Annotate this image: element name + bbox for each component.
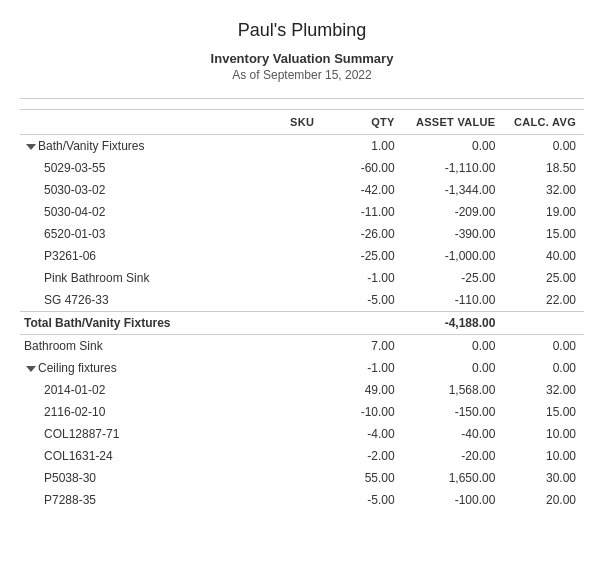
item-calc: 20.00 bbox=[503, 489, 584, 511]
total-calc bbox=[503, 312, 584, 335]
item-label: COL1631-24 bbox=[20, 445, 221, 467]
item-asset: -1,344.00 bbox=[403, 179, 504, 201]
item-label: 5030-04-02 bbox=[20, 201, 221, 223]
col-header-asset: ASSET VALUE bbox=[403, 110, 504, 135]
item-sku bbox=[221, 223, 322, 245]
item-calc: 30.00 bbox=[503, 467, 584, 489]
category-row: Ceiling fixtures-1.000.000.00 bbox=[20, 357, 584, 379]
table-row: 5030-04-02-11.00-209.0019.00 bbox=[20, 201, 584, 223]
item-sku bbox=[221, 179, 322, 201]
item-qty: -10.00 bbox=[322, 401, 403, 423]
item-label: P7288-35 bbox=[20, 489, 221, 511]
item-qty: -4.00 bbox=[322, 423, 403, 445]
item-qty: -42.00 bbox=[322, 179, 403, 201]
item-calc: 22.00 bbox=[503, 289, 584, 312]
category-calc: 0.00 bbox=[503, 357, 584, 379]
item-asset: 1,650.00 bbox=[403, 467, 504, 489]
table-row: 6520-01-03-26.00-390.0015.00 bbox=[20, 223, 584, 245]
collapse-icon[interactable] bbox=[26, 366, 36, 372]
item-asset: -20.00 bbox=[403, 445, 504, 467]
table-row: COL12887-71-4.00-40.0010.00 bbox=[20, 423, 584, 445]
category-calc: 0.00 bbox=[503, 135, 584, 158]
item-sku bbox=[221, 401, 322, 423]
item-qty: -5.00 bbox=[322, 489, 403, 511]
table-row: 5030-03-02-42.00-1,344.0032.00 bbox=[20, 179, 584, 201]
category-sku bbox=[221, 357, 322, 379]
item-label: 2116-02-10 bbox=[20, 401, 221, 423]
item-calc: 32.00 bbox=[503, 179, 584, 201]
report-date: As of September 15, 2022 bbox=[20, 68, 584, 82]
item-asset: -1,000.00 bbox=[403, 245, 504, 267]
category-qty: -1.00 bbox=[322, 357, 403, 379]
item-label: P3261-06 bbox=[20, 245, 221, 267]
item-asset: -40.00 bbox=[403, 423, 504, 445]
table-header-row: SKU QTY ASSET VALUE CALC. AVG bbox=[20, 110, 584, 135]
item-qty: -60.00 bbox=[322, 157, 403, 179]
category-calc: 0.00 bbox=[503, 335, 584, 358]
category-qty: 7.00 bbox=[322, 335, 403, 358]
item-calc: 40.00 bbox=[503, 245, 584, 267]
table-row: COL1631-24-2.00-20.0010.00 bbox=[20, 445, 584, 467]
item-label: 6520-01-03 bbox=[20, 223, 221, 245]
col-header-label bbox=[20, 110, 221, 135]
company-name: Paul's Plumbing bbox=[20, 20, 584, 41]
category-qty: 1.00 bbox=[322, 135, 403, 158]
category-asset: 0.00 bbox=[403, 335, 504, 358]
category-sku bbox=[221, 135, 322, 158]
item-qty: -11.00 bbox=[322, 201, 403, 223]
item-label: 5029-03-55 bbox=[20, 157, 221, 179]
item-calc: 32.00 bbox=[503, 379, 584, 401]
table-row: SG 4726-33-5.00-110.0022.00 bbox=[20, 289, 584, 312]
item-asset: -1,110.00 bbox=[403, 157, 504, 179]
item-sku bbox=[221, 245, 322, 267]
item-label: COL12887-71 bbox=[20, 423, 221, 445]
item-asset: -209.00 bbox=[403, 201, 504, 223]
item-calc: 15.00 bbox=[503, 401, 584, 423]
item-asset: -110.00 bbox=[403, 289, 504, 312]
table-row: Pink Bathroom Sink-1.00-25.0025.00 bbox=[20, 267, 584, 289]
item-sku bbox=[221, 157, 322, 179]
item-qty: -1.00 bbox=[322, 267, 403, 289]
report-header: Paul's Plumbing Inventory Valuation Summ… bbox=[20, 20, 584, 82]
category-label: Ceiling fixtures bbox=[20, 357, 221, 379]
item-qty: -2.00 bbox=[322, 445, 403, 467]
item-calc: 10.00 bbox=[503, 445, 584, 467]
item-sku bbox=[221, 289, 322, 312]
item-qty: -5.00 bbox=[322, 289, 403, 312]
col-header-calc: CALC. AVG bbox=[503, 110, 584, 135]
col-header-qty: QTY bbox=[322, 110, 403, 135]
table-row: P3261-06-25.00-1,000.0040.00 bbox=[20, 245, 584, 267]
category-label: Bath/Vanity Fixtures bbox=[20, 135, 221, 158]
item-calc: 18.50 bbox=[503, 157, 584, 179]
item-sku bbox=[221, 489, 322, 511]
item-sku bbox=[221, 267, 322, 289]
item-qty: -26.00 bbox=[322, 223, 403, 245]
collapse-icon[interactable] bbox=[26, 144, 36, 150]
total-sku bbox=[221, 312, 322, 335]
category-label: Bathroom Sink bbox=[20, 335, 221, 358]
table-row: 5029-03-55-60.00-1,110.0018.50 bbox=[20, 157, 584, 179]
category-row: Bath/Vanity Fixtures1.000.000.00 bbox=[20, 135, 584, 158]
item-sku bbox=[221, 201, 322, 223]
item-qty: -25.00 bbox=[322, 245, 403, 267]
table-row: P7288-35-5.00-100.0020.00 bbox=[20, 489, 584, 511]
report-title: Inventory Valuation Summary bbox=[20, 51, 584, 66]
item-label: 2014-01-02 bbox=[20, 379, 221, 401]
item-sku bbox=[221, 467, 322, 489]
category-asset: 0.00 bbox=[403, 357, 504, 379]
item-asset: -25.00 bbox=[403, 267, 504, 289]
item-label: SG 4726-33 bbox=[20, 289, 221, 312]
item-sku bbox=[221, 379, 322, 401]
item-asset: -100.00 bbox=[403, 489, 504, 511]
total-label: Total Bath/Vanity Fixtures bbox=[20, 312, 221, 335]
inventory-table: SKU QTY ASSET VALUE CALC. AVG Bath/Vanit… bbox=[20, 109, 584, 511]
item-label: P5038-30 bbox=[20, 467, 221, 489]
header-divider bbox=[20, 98, 584, 99]
total-row: Total Bath/Vanity Fixtures-4,188.00 bbox=[20, 312, 584, 335]
col-header-sku: SKU bbox=[221, 110, 322, 135]
item-calc: 10.00 bbox=[503, 423, 584, 445]
item-asset: -390.00 bbox=[403, 223, 504, 245]
item-sku bbox=[221, 445, 322, 467]
table-row: 2014-01-0249.001,568.0032.00 bbox=[20, 379, 584, 401]
item-qty: 49.00 bbox=[322, 379, 403, 401]
